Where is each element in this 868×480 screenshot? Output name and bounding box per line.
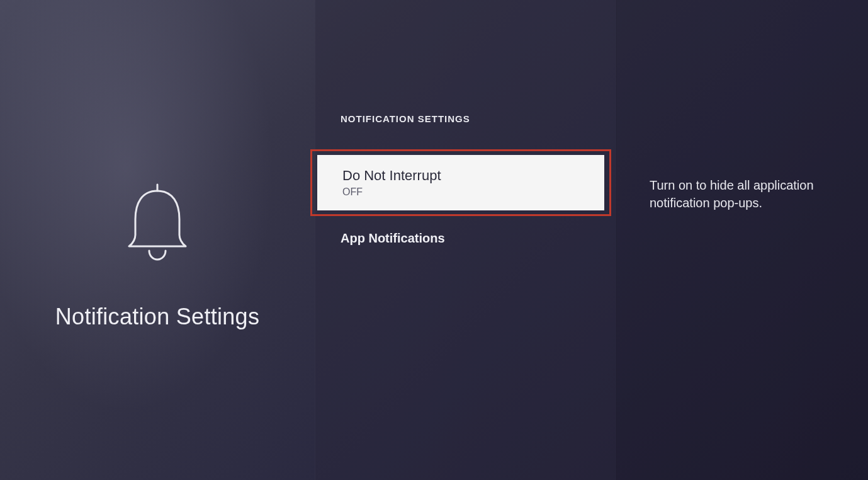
settings-list: NOTIFICATION SETTINGS Do Not Interrupt O… bbox=[315, 0, 617, 480]
section-header: NOTIFICATION SETTINGS bbox=[341, 113, 616, 124]
menu-item-status: OFF bbox=[342, 186, 579, 198]
menu-item-title: App Notifications bbox=[341, 231, 591, 246]
menu-item-title: Do Not Interrupt bbox=[342, 168, 579, 184]
selection-highlight: Do Not Interrupt OFF bbox=[310, 149, 611, 216]
notification-bell-icon bbox=[110, 175, 205, 272]
item-description: Turn on to hide all application notifica… bbox=[650, 176, 830, 212]
left-panel: Notification Settings bbox=[0, 0, 315, 480]
menu-item-app-notifications[interactable]: App Notifications bbox=[315, 216, 616, 261]
menu-item-do-not-interrupt[interactable]: Do Not Interrupt OFF bbox=[317, 155, 604, 210]
description-panel: Turn on to hide all application notifica… bbox=[617, 0, 868, 480]
page-title: Notification Settings bbox=[55, 304, 259, 330]
